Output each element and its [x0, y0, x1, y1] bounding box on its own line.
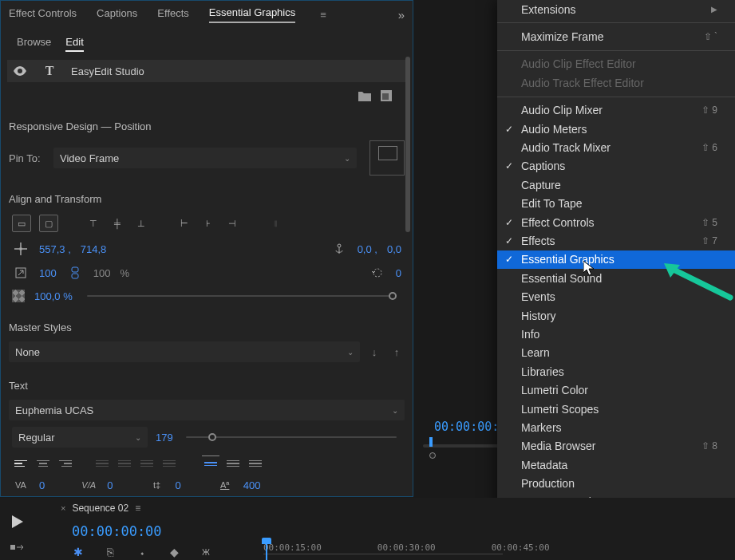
font-weight-dropdown[interactable]: Regular⌄: [12, 427, 148, 448]
menu-item-events[interactable]: Events: [497, 287, 735, 306]
monitor-timecode[interactable]: 00:00:00:0: [434, 420, 506, 434]
tab-essential-graphics[interactable]: Essential Graphics: [209, 6, 295, 23]
subtab-browse[interactable]: Browse: [17, 36, 51, 52]
new-layer-icon[interactable]: [381, 90, 392, 101]
link-icon[interactable]: [66, 266, 84, 280]
text-align-left-icon[interactable]: [12, 455, 30, 471]
font-size-slider[interactable]: [186, 436, 397, 438]
menu-item-learn[interactable]: Learn: [497, 344, 735, 362]
snap-icon[interactable]: ✱: [69, 544, 88, 560]
visibility-icon[interactable]: [14, 66, 28, 76]
sequence-tab[interactable]: × Sequence 02 ≡: [61, 503, 140, 514]
master-styles-dropdown[interactable]: None⌄: [9, 341, 360, 362]
pin-widget[interactable]: [369, 140, 405, 175]
align-top-icon[interactable]: ⊤: [85, 215, 101, 232]
tab-effects[interactable]: Effects: [157, 7, 189, 22]
anchor-x[interactable]: 0,0 ,: [358, 243, 377, 255]
menu-item-essential-sound[interactable]: Essential Sound: [497, 269, 735, 287]
position-icon: [12, 242, 30, 256]
tab-effect-controls[interactable]: Effect Controls: [9, 7, 77, 22]
menu-item-essential-graphics[interactable]: ✓Essential Graphics: [497, 250, 735, 269]
baseline-value[interactable]: 400: [243, 479, 261, 491]
cursor-icon: [583, 261, 596, 277]
valign-mid-icon[interactable]: [224, 455, 242, 471]
distribute-v-icon[interactable]: ⦀: [267, 215, 283, 232]
essential-graphics-panel: Effect Controls Captions Effects Essenti…: [0, 0, 413, 497]
pin-to-dropdown[interactable]: Video Frame⌄: [53, 148, 357, 168]
linked-icon[interactable]: ⎘: [101, 544, 120, 560]
text-align-center-icon[interactable]: [34, 455, 52, 471]
font-family-dropdown[interactable]: Euphemia UCAS⌄: [9, 400, 405, 420]
anchor-y[interactable]: 0,0: [387, 243, 401, 255]
align-bottom-icon[interactable]: ⊥: [133, 215, 149, 232]
menu-item-production[interactable]: Production: [497, 474, 735, 492]
menu-item-edit-to-tape[interactable]: Edit To Tape: [497, 195, 735, 213]
tab-menu-icon[interactable]: ≡: [135, 503, 140, 514]
menu-item-lumetri-scopes[interactable]: Lumetri Scopes: [497, 400, 735, 418]
menu-item-lumetri-color[interactable]: Lumetri Color: [497, 381, 735, 399]
subtab-edit[interactable]: Edit: [65, 36, 83, 52]
position-x[interactable]: 557,3 ,: [39, 243, 71, 255]
menu-item-metadata[interactable]: Metadata: [497, 455, 735, 474]
kerning-value[interactable]: 0: [39, 479, 45, 491]
opacity-value[interactable]: 100,0 %: [34, 290, 73, 302]
push-up-icon[interactable]: ↑: [389, 346, 405, 358]
justify-center-icon[interactable]: [116, 455, 133, 471]
close-tab-icon[interactable]: ×: [61, 503, 65, 513]
justify-full-icon[interactable]: [160, 455, 178, 471]
tracking-value[interactable]: 0: [107, 479, 113, 491]
settings-icon[interactable]: [196, 544, 215, 560]
menu-item-markers[interactable]: Markers: [497, 418, 735, 436]
text-section-title: Text: [1, 365, 413, 396]
menu-item-media-browser[interactable]: Media Browser⇧ 8: [497, 437, 735, 455]
menu-item-libraries[interactable]: Libraries: [497, 362, 735, 381]
font-size-value[interactable]: 179: [156, 432, 173, 444]
menu-item-extensions[interactable]: Extensions▶: [497, 0, 735, 18]
collapse-panel-icon[interactable]: »: [398, 8, 405, 22]
menu-item-audio-clip-mixer[interactable]: Audio Clip Mixer⇧ 9: [497, 101, 735, 120]
push-down-icon[interactable]: ↓: [366, 346, 382, 358]
panel-menu-icon[interactable]: ≡: [320, 9, 326, 21]
valign-bot-icon[interactable]: [247, 455, 264, 471]
menu-item-effect-controls[interactable]: ✓Effect Controls⇧ 5: [497, 213, 735, 231]
align-left-icon[interactable]: ▭: [12, 215, 31, 232]
eg-subtabs: Browse Edit: [1, 28, 413, 57]
marker-icon[interactable]: ◆: [164, 544, 184, 560]
align-center-icon[interactable]: ▢: [39, 215, 58, 232]
menu-item-audio-track-mixer[interactable]: Audio Track Mixer⇧ 6: [497, 138, 735, 156]
play-icon[interactable]: [8, 514, 27, 530]
tab-captions[interactable]: Captions: [97, 7, 137, 22]
ripple-icon[interactable]: [8, 539, 27, 555]
rotation-icon: [369, 266, 386, 280]
timeline-ruler[interactable]: 00:00:15:00 00:00:30:00 00:00:45:00: [263, 542, 550, 553]
timeline-timecode[interactable]: 00:00:00:00: [72, 523, 162, 539]
menu-item-history[interactable]: History: [497, 306, 735, 325]
scale-value[interactable]: 100: [39, 267, 57, 279]
justify-left-icon[interactable]: [93, 455, 111, 471]
distribute-h2-icon[interactable]: ⊣: [224, 215, 240, 232]
distribute-h-icon[interactable]: ⊢: [176, 215, 192, 232]
menu-item-audio-meters[interactable]: ✓Audio Meters: [497, 120, 735, 138]
layer-row[interactable]: T EasyEdit Studio: [7, 60, 406, 82]
menu-item-maximize-frame[interactable]: Maximize Frame⇧ `: [497, 27, 735, 45]
monitor-scrubber[interactable]: [423, 440, 499, 451]
folder-icon[interactable]: [358, 90, 371, 101]
timeline-playhead[interactable]: [266, 541, 267, 560]
scrollbar[interactable]: [405, 57, 411, 455]
menu-item-effects[interactable]: ✓Effects⇧ 7: [497, 231, 735, 250]
marker-tool-icon[interactable]: ⬩: [132, 544, 152, 560]
opacity-slider[interactable]: [87, 295, 397, 297]
justify-right-icon[interactable]: [138, 455, 156, 471]
scale-pct: %: [120, 267, 129, 279]
distribute-hc-icon[interactable]: ⊦: [200, 215, 216, 232]
valign-top-icon[interactable]: [202, 455, 219, 471]
menu-item-captions[interactable]: ✓Captions: [497, 157, 735, 175]
rotation-value[interactable]: 0: [396, 267, 401, 279]
text-align-right-icon[interactable]: [57, 455, 74, 471]
menu-item-info[interactable]: Info: [497, 325, 735, 343]
leading-value[interactable]: 0: [175, 479, 180, 491]
position-y[interactable]: 714,8: [81, 243, 107, 255]
menu-item-capture[interactable]: Capture: [497, 175, 735, 194]
kerning-icon: VA: [12, 478, 30, 492]
align-vcenter-icon[interactable]: ╪: [109, 215, 125, 232]
